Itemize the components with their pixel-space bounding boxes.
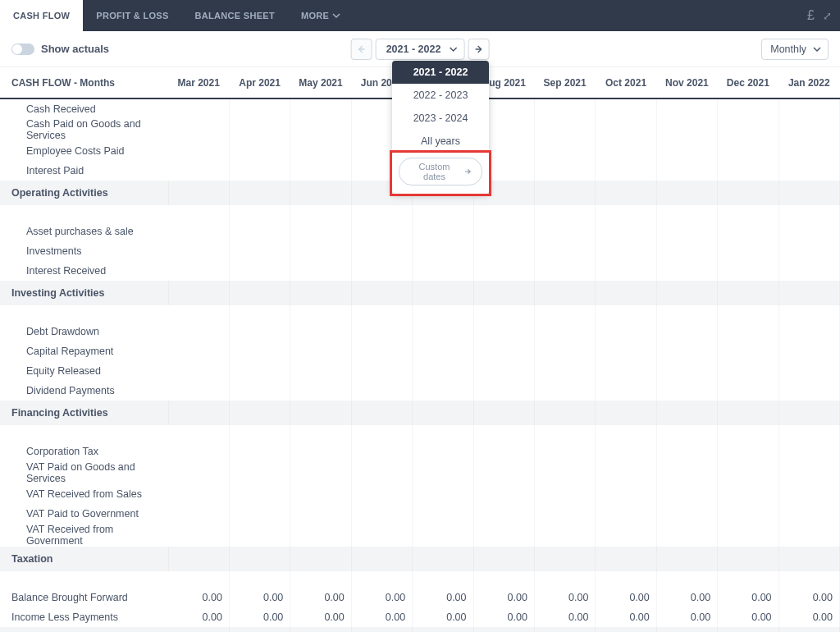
arrow-left-icon [358, 45, 366, 53]
row-cell [656, 341, 717, 361]
row-label: Interest Paid [0, 161, 168, 181]
row-cell [290, 118, 351, 141]
table-header-month: Apr 2021 [229, 67, 290, 98]
currency-icon[interactable]: £ [807, 8, 815, 23]
row-cell [596, 381, 656, 401]
row-cell [778, 261, 839, 281]
row-cell [778, 305, 839, 322]
row-cell [596, 442, 656, 461]
row-cell [229, 322, 290, 341]
period-option-all-years[interactable]: All years [392, 130, 489, 153]
row-cell: 0.00 [596, 607, 656, 627]
row-cell [229, 361, 290, 381]
tab-balance-sheet[interactable]: BALANCE SHEET [182, 0, 288, 31]
row-cell [168, 98, 229, 118]
row-cell [656, 141, 717, 161]
compress-icon[interactable]: ⤢ [823, 10, 830, 22]
row-cell [656, 547, 717, 571]
row-cell [534, 571, 595, 588]
row-cell: 0.00 [778, 607, 839, 627]
period-controls: 2021 - 2022 [351, 39, 490, 60]
table-row: Closing Bank Position0.000.000.000.000.0… [0, 627, 840, 632]
row-cell [596, 261, 656, 281]
period-prev-button[interactable] [351, 39, 372, 60]
row-cell [778, 281, 839, 305]
row-cell [229, 524, 290, 547]
row-cell [413, 361, 473, 381]
row-cell [656, 442, 717, 461]
row-cell [596, 547, 656, 571]
row-cell [473, 381, 534, 401]
row-cell [596, 484, 656, 504]
row-cell [778, 241, 839, 261]
row-cell [778, 361, 839, 381]
period-option-2022-2023[interactable]: 2022 - 2023 [392, 84, 489, 107]
row-cell [473, 261, 534, 281]
row-cell [718, 425, 778, 442]
row-cell [718, 322, 778, 341]
row-label [0, 205, 168, 222]
row-cell [413, 401, 473, 425]
row-cell [778, 504, 839, 524]
row-cell: 0.00 [473, 627, 534, 632]
row-cell [168, 381, 229, 401]
row-cell: 0.00 [168, 607, 229, 627]
row-label: Cash Received [0, 98, 168, 118]
tab-profit-loss[interactable]: PROFIT & LOSS [83, 0, 181, 31]
row-cell: 0.00 [229, 627, 290, 632]
granularity-select[interactable]: Monthly [761, 39, 829, 60]
tab-cash-flow[interactable]: CASH FLOW [0, 0, 83, 31]
row-label: Dividend Payments [0, 381, 168, 401]
row-cell [351, 361, 412, 381]
row-cell: 0.00 [534, 607, 595, 627]
row-cell [473, 241, 534, 261]
row-cell [290, 547, 351, 571]
row-cell [596, 205, 656, 222]
row-cell [290, 305, 351, 322]
tab-more[interactable]: MORE [288, 0, 354, 31]
show-actuals-label: Show actuals [41, 43, 109, 55]
row-cell [290, 504, 351, 524]
row-cell: 0.00 [351, 588, 412, 607]
row-cell [168, 322, 229, 341]
row-cell [534, 524, 595, 547]
row-cell: 0.00 [413, 607, 473, 627]
row-cell [351, 504, 412, 524]
row-cell [534, 341, 595, 361]
row-cell [413, 484, 473, 504]
row-cell [168, 442, 229, 461]
row-cell [718, 571, 778, 588]
row-cell [534, 241, 595, 261]
period-next-button[interactable] [468, 39, 489, 60]
row-cell [413, 461, 473, 484]
row-cell: 0.00 [596, 627, 656, 632]
row-cell [778, 401, 839, 425]
row-cell [778, 161, 839, 181]
row-cell [718, 547, 778, 571]
row-cell [778, 222, 839, 241]
row-cell [229, 442, 290, 461]
row-cell [718, 401, 778, 425]
show-actuals-toggle[interactable] [11, 44, 34, 55]
row-cell [229, 261, 290, 281]
row-cell [351, 341, 412, 361]
row-cell [596, 181, 656, 205]
row-cell [778, 381, 839, 401]
period-option-2023-2024[interactable]: 2023 - 2024 [392, 107, 489, 130]
table-row [0, 425, 840, 442]
table-header-month: May 2021 [290, 67, 351, 98]
period-option-2021-2022[interactable]: 2021 - 2022 [392, 61, 489, 84]
row-cell [168, 547, 229, 571]
table-row: VAT Received from Government [0, 524, 840, 547]
row-cell [778, 98, 839, 118]
row-label: Employee Costs Paid [0, 141, 168, 161]
row-cell [534, 161, 595, 181]
table-header-month: Jan 2022 [778, 67, 839, 98]
row-cell [778, 181, 839, 205]
row-cell [413, 305, 473, 322]
row-cell [168, 222, 229, 241]
custom-dates-button[interactable]: Custom dates [399, 158, 482, 185]
period-select[interactable]: 2021 - 2022 [376, 39, 465, 60]
row-cell: 0.00 [290, 607, 351, 627]
row-cell [473, 341, 534, 361]
